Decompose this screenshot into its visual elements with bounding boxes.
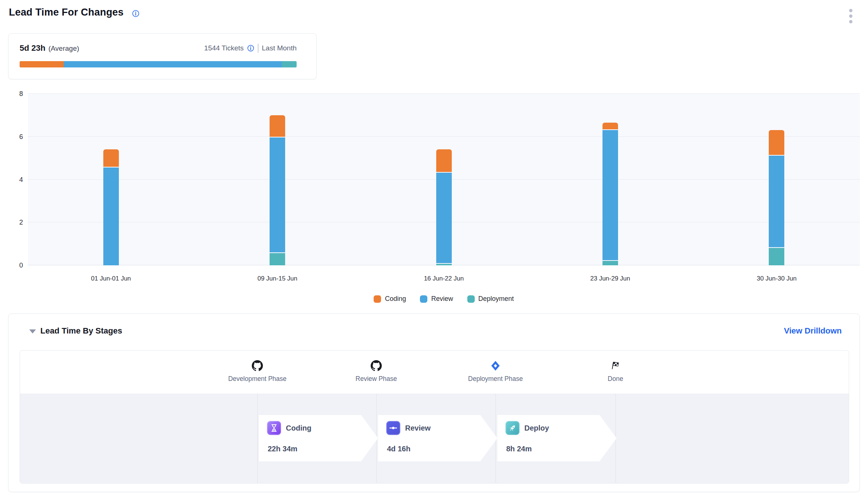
legend-swatch [467,295,475,303]
phase-label: Review Phase [335,375,417,383]
bar-segment-deployment[interactable] [602,261,618,265]
y-tick-label: 2 [5,218,23,226]
stage-label: Review [405,424,431,432]
x-tick-label: 23 Jun-29 Jun [590,275,630,282]
phase-header-deployment-phase: Deployment Phase [455,351,536,394]
chart-plot [28,94,860,265]
phase-header-review-phase: Review Phase [335,351,417,394]
chart-legend: CodingReviewDeployment [28,295,860,303]
bar-segment-coding[interactable] [769,130,784,155]
stage-label: Coding [286,424,311,432]
bar-group-16-jun-22-jun[interactable] [436,94,452,265]
checkered-flag-icon [610,360,621,371]
y-tick-label: 8 [5,90,23,98]
y-tick-label: 4 [5,176,23,184]
bar-group-30-jun-30-jun[interactable] [769,94,784,265]
commit-icon [386,421,400,435]
bar-segment-review[interactable] [769,156,784,247]
phase-header-development-phase: Development Phase [217,351,298,394]
stage-duration: 8h 24m [506,445,532,453]
bar-segment-coding[interactable] [602,123,618,129]
hourglass-icon [267,421,281,435]
stage-duration: 4d 16h [387,445,410,453]
stage-card-coding[interactable]: Coding22h 34m [259,415,378,461]
bar-segment-coding[interactable] [436,149,452,172]
view-drilldown-link[interactable]: View Drilldown [784,326,842,336]
legend-item-coding[interactable]: Coding [374,295,406,303]
stage-duration: 22h 34m [268,445,297,453]
legend-item-deployment[interactable]: Deployment [467,295,514,303]
github-icon [252,360,263,371]
lead-time-dashboard: Lead Time For Changes 5d 23h (Average) 1… [0,0,868,501]
lead-time-chart: 02468 01 Jun-01 Jun09 Jun-15 Jun16 Jun-2… [0,0,868,311]
deployment-diamond-icon [490,360,501,371]
bar-segment-coding[interactable] [270,115,285,137]
bar-segment-review[interactable] [103,167,119,265]
legend-label: Deployment [478,295,514,303]
y-tick-label: 0 [5,261,23,269]
bar-group-09-jun-15-jun[interactable] [270,94,285,265]
phase-label: Deployment Phase [455,375,536,383]
bar-segment-coding[interactable] [103,149,119,166]
stage-label: Deploy [524,424,549,432]
phase-label: Done [575,375,656,383]
legend-swatch [374,295,381,303]
column-divider [257,394,258,484]
rocket-icon [505,421,520,435]
x-tick-label: 09 Jun-15 Jun [257,275,297,282]
phase-label: Development Phase [217,375,298,383]
bar-segment-deployment[interactable] [436,264,452,265]
stages-section-title: Lead Time By Stages [40,326,122,336]
x-axis: 01 Jun-01 Jun09 Jun-15 Jun16 Jun-22 Jun2… [28,275,860,284]
bar-segment-deployment[interactable] [769,248,784,265]
x-tick-label: 01 Jun-01 Jun [91,275,131,282]
github-icon [371,360,382,371]
lead-time-by-stages-section: Lead Time By Stages View Drilldown Devel… [8,313,860,492]
x-tick-label: 16 Jun-22 Jun [424,275,464,282]
legend-label: Review [431,295,453,303]
bar-group-01-jun-01-jun[interactable] [103,94,119,265]
collapse-chevron-down-icon[interactable] [29,329,36,334]
x-tick-label: 30 Jun-30 Jun [757,275,797,282]
bar-segment-review[interactable] [270,137,285,253]
stage-flow-table: Development PhaseReview PhaseDeployment … [20,350,849,484]
legend-item-review[interactable]: Review [420,295,453,303]
stage-card-deploy[interactable]: Deploy8h 24m [497,415,617,461]
stage-flow-body: Coding22h 34mReview4d 16hDeploy8h 24m [20,394,849,484]
phase-header-done: Done [575,351,656,394]
bar-segment-review[interactable] [436,173,452,263]
bar-segment-review[interactable] [602,130,618,260]
legend-swatch [420,295,427,303]
bar-group-23-jun-29-jun[interactable] [602,94,618,265]
bar-segment-deployment[interactable] [270,253,285,265]
legend-label: Coding [385,295,406,303]
y-tick-label: 6 [5,133,23,141]
stage-card-review[interactable]: Review4d 16h [378,415,497,461]
